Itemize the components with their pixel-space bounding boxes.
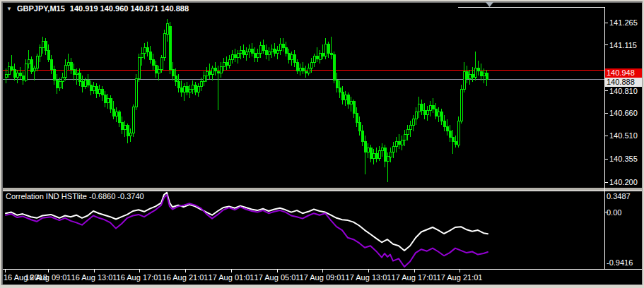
candle xyxy=(135,74,137,110)
candle xyxy=(460,85,462,124)
candle xyxy=(316,47,318,62)
candle xyxy=(254,47,256,62)
candle xyxy=(149,46,151,64)
candle xyxy=(242,44,245,58)
candle xyxy=(319,50,321,64)
pane-splitter[interactable] xyxy=(3,188,642,191)
candle xyxy=(240,46,242,59)
candle xyxy=(62,73,64,89)
chart-shift-marker-icon[interactable] xyxy=(486,2,493,7)
candle xyxy=(50,55,52,75)
candle xyxy=(33,66,35,80)
candle xyxy=(375,148,377,162)
candle xyxy=(350,97,352,112)
candle xyxy=(19,67,21,79)
candle xyxy=(438,107,440,122)
candle xyxy=(327,42,329,58)
candle xyxy=(16,70,18,83)
candle xyxy=(483,68,485,83)
candle xyxy=(101,86,103,101)
candle xyxy=(70,58,72,74)
candle xyxy=(339,80,341,99)
candle xyxy=(144,43,146,59)
candle xyxy=(226,56,228,70)
candle xyxy=(45,38,47,54)
candle xyxy=(146,42,148,56)
candle xyxy=(194,82,197,95)
candle xyxy=(28,50,30,68)
candle xyxy=(466,66,468,83)
candle xyxy=(30,56,33,75)
candle xyxy=(192,80,194,94)
candle xyxy=(259,42,262,58)
candle xyxy=(175,68,177,87)
candle xyxy=(93,82,95,94)
candle xyxy=(274,43,276,56)
candle xyxy=(426,106,428,121)
candle xyxy=(406,125,409,140)
candle xyxy=(401,136,403,150)
candle xyxy=(477,61,479,76)
candle xyxy=(463,62,465,92)
candle xyxy=(381,143,383,157)
candle xyxy=(310,58,312,73)
candle xyxy=(73,64,75,80)
candle xyxy=(324,38,327,59)
candle xyxy=(288,49,290,64)
candle xyxy=(344,91,346,106)
candle xyxy=(299,64,301,76)
candle xyxy=(166,19,168,42)
candle xyxy=(347,92,349,109)
candle xyxy=(305,66,307,78)
candle xyxy=(361,125,363,146)
candle xyxy=(336,73,338,92)
candle xyxy=(429,101,431,116)
candle xyxy=(183,83,185,101)
candle xyxy=(392,142,394,158)
candle xyxy=(36,54,38,72)
candle xyxy=(271,44,273,58)
candle xyxy=(404,130,406,146)
candle xyxy=(217,66,219,111)
candle xyxy=(160,55,163,73)
indicator-title: Correlation IND HSTlite -0.6860 -0.3740 xyxy=(6,192,144,200)
candle xyxy=(356,107,358,127)
candle xyxy=(276,46,279,59)
candle xyxy=(384,145,386,167)
candle xyxy=(81,76,83,92)
candle xyxy=(220,62,222,77)
candle xyxy=(251,43,253,56)
candle xyxy=(189,85,191,98)
candle xyxy=(322,44,324,59)
candle xyxy=(390,148,392,162)
candle xyxy=(203,71,205,86)
time-scale-area[interactable] xyxy=(3,270,604,284)
candle xyxy=(296,59,298,74)
candle xyxy=(285,42,287,56)
candle xyxy=(302,62,304,74)
chart-canvas[interactable]: 141.265141.115140.810140.660140.510140.3… xyxy=(0,0,644,288)
candle xyxy=(209,64,211,78)
candle xyxy=(172,62,174,80)
candle xyxy=(367,143,369,158)
candle xyxy=(186,82,188,95)
candle xyxy=(180,80,182,97)
candle xyxy=(127,124,129,143)
candle xyxy=(155,61,157,77)
candle xyxy=(141,47,143,66)
symbol-dropdown-icon[interactable]: ▼ xyxy=(6,5,12,13)
candle xyxy=(268,47,270,61)
candle xyxy=(25,59,27,82)
candle xyxy=(486,70,488,86)
candle xyxy=(469,70,471,85)
candle xyxy=(452,130,454,154)
candle xyxy=(415,107,417,126)
candle xyxy=(87,74,89,88)
candle xyxy=(76,68,78,85)
candle xyxy=(364,136,366,174)
ohlc-values-label: 140.919 140.960 140.871 140.888 xyxy=(70,4,189,13)
price-scale-area[interactable] xyxy=(605,3,642,269)
mt4-chart-window: 141.265141.115140.810140.660140.510140.3… xyxy=(0,0,644,288)
candle xyxy=(373,149,375,164)
candle xyxy=(8,62,10,77)
